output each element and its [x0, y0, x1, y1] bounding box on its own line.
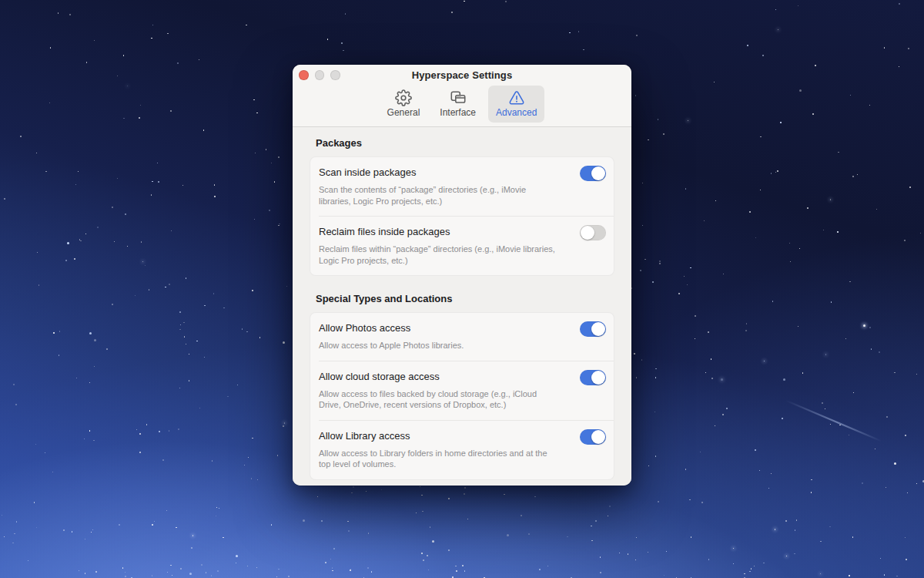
- tab-advanced[interactable]: Advanced: [488, 86, 544, 123]
- allow-cloud-storage-toggle[interactable]: [580, 370, 606, 385]
- toggle-knob: [591, 166, 605, 180]
- overlapping-windows-icon: [450, 89, 467, 106]
- toggle-knob: [591, 322, 605, 336]
- packages-card: Scan inside packages Scan the contents o…: [310, 156, 614, 276]
- tab-advanced-label: Advanced: [496, 107, 537, 118]
- toolbar-tabs: General Interface: [293, 86, 631, 123]
- setting-row-allow-photos-access: Allow Photos access Allow access to Appl…: [310, 313, 614, 361]
- setting-title: Allow Library access: [319, 430, 560, 442]
- minimize-button[interactable]: [315, 70, 325, 80]
- setting-text: Scan inside packages Scan the contents o…: [319, 166, 580, 207]
- tab-interface-label: Interface: [440, 107, 476, 118]
- warning-triangle-icon: [508, 89, 525, 106]
- setting-text: Allow cloud storage access Allow access …: [319, 371, 580, 411]
- tab-interface[interactable]: Interface: [432, 86, 484, 123]
- tab-general[interactable]: General: [380, 86, 428, 123]
- setting-title: Reclaim files inside packages: [319, 226, 560, 238]
- section-header-packages: Packages: [316, 137, 614, 149]
- allow-photos-access-toggle[interactable]: [580, 321, 606, 337]
- setting-description: Reclaim files within “package” directori…: [319, 244, 560, 266]
- zoom-button[interactable]: [330, 70, 340, 80]
- setting-text: Allow Library access Allow access to Lib…: [319, 430, 580, 470]
- setting-row-reclaim-files-inside-packages: Reclaim files inside packages Reclaim fi…: [310, 217, 614, 275]
- setting-title: Allow cloud storage access: [319, 371, 560, 383]
- special-types-card: Allow Photos access Allow access to Appl…: [310, 312, 614, 480]
- traffic-lights: [299, 70, 340, 80]
- setting-row-allow-library-access: Allow Library access Allow access to Lib…: [310, 421, 614, 479]
- settings-content: Packages Scan inside packages Scan the c…: [293, 127, 631, 486]
- allow-library-access-toggle[interactable]: [580, 429, 606, 445]
- setting-description: Allow access to Apple Photos libraries.: [319, 340, 560, 351]
- toggle-knob: [591, 430, 605, 444]
- setting-text: Allow Photos access Allow access to Appl…: [319, 322, 580, 351]
- titlebar: Hyperspace Settings General: [293, 65, 631, 127]
- tab-general-label: General: [387, 107, 420, 118]
- toggle-knob: [591, 371, 605, 385]
- setting-title: Allow Photos access: [319, 322, 560, 334]
- setting-title: Scan inside packages: [319, 166, 560, 179]
- setting-description: Allow access to Library folders in home …: [319, 448, 560, 470]
- window-title: Hyperspace Settings: [293, 65, 631, 81]
- hyperspace-settings-window: Hyperspace Settings General: [293, 65, 631, 486]
- toggle-knob: [581, 226, 594, 240]
- reclaim-files-toggle[interactable]: [580, 225, 606, 240]
- setting-row-allow-cloud-storage-access: Allow cloud storage access Allow access …: [310, 361, 614, 420]
- gear-icon: [395, 89, 412, 106]
- scan-inside-packages-toggle[interactable]: [580, 166, 606, 181]
- setting-text: Reclaim files inside packages Reclaim fi…: [319, 226, 580, 266]
- close-button[interactable]: [299, 70, 309, 80]
- section-header-special-types: Special Types and Locations: [316, 293, 614, 304]
- setting-row-scan-inside-packages: Scan inside packages Scan the contents o…: [310, 157, 614, 216]
- setting-description: Scan the contents of “package” directori…: [319, 184, 560, 207]
- shooting-star-streak: [785, 400, 882, 442]
- setting-description: Allow access to files backed by cloud st…: [319, 388, 560, 411]
